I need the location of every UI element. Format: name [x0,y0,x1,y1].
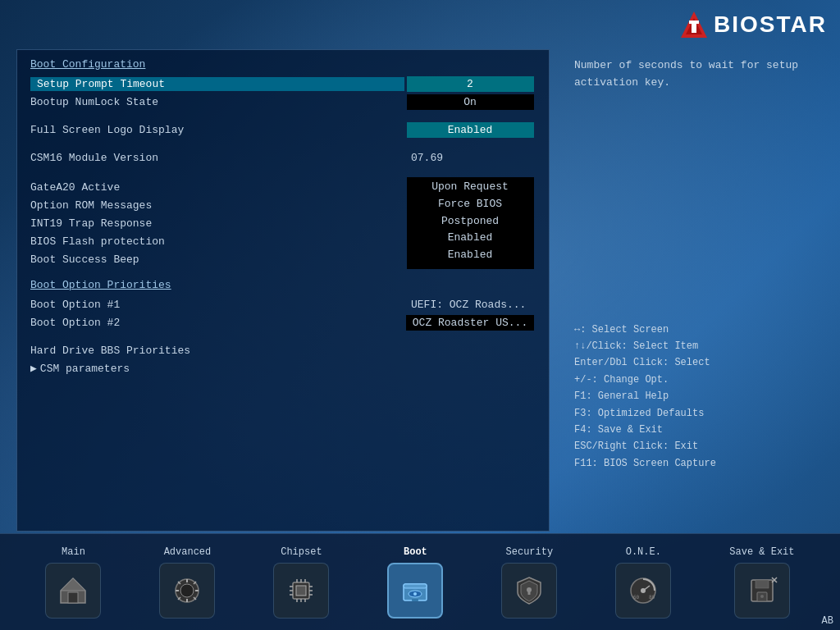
ab-badge: AB [822,615,833,627]
key-select-item: ↑↓/Click: Select Item [574,338,824,354]
menu-row-option-rom[interactable]: Option ROM Messages [30,197,404,213]
nav-label-chipset: Chipset [281,546,322,558]
label-bios-flash: BIOS Flash protection [30,235,404,248]
nav-item-one[interactable]: O.N.E. 60 80 [615,546,671,619]
nav-icon-save-exit [734,563,790,619]
value-boot2: OCZ Roadster US... [404,315,536,331]
menu-row-numlock[interactable]: Bootup NumLock State On [30,94,536,110]
menu-row-logo-display[interactable]: Full Screen Logo Display Enabled [30,121,536,138]
nav-label-security: Security [506,546,554,558]
nav-label-main: Main [62,546,85,558]
biostar-logo: BIOSTAR [679,10,827,39]
nav-label-one: O.N.E. [626,546,661,558]
label-setup-prompt: Setup Prompt Timeout [30,77,404,91]
svg-rect-25 [404,584,427,588]
svg-marker-6 [61,578,85,591]
svg-rect-27 [412,599,418,601]
nav-icon-advanced [159,563,215,619]
key-select-screen: ↔: Select Screen [574,322,824,338]
arrow-icon: ▶ [30,362,37,375]
info-panel: Number of seconds to wait for setup acti… [566,49,832,532]
svg-rect-36 [756,580,769,588]
key-f11: F11: BIOS Screen Capture [574,455,824,472]
label-numlock: Bootup NumLock State [30,96,404,108]
label-logo-display: Full Screen Logo Display [30,124,404,136]
multi-val-2: Force BIOS [413,196,527,213]
nav-item-save-exit[interactable]: Save & Exit [729,546,794,619]
nav-item-security[interactable]: Security [501,546,557,619]
main-panel: Boot Configuration Setup Prompt Timeout … [16,49,550,532]
multi-row-section: GateA20 Active Option ROM Messages INT19… [30,177,536,269]
label-boot1: Boot Option #1 [30,299,404,311]
value-boot1: UEFI: OCZ Roads... [404,299,536,311]
multi-val-5: Enabled [413,247,527,264]
svg-point-8 [180,584,194,597]
value-csm16: 07.69 [404,152,536,164]
nav-icon-chipset [273,563,329,619]
multi-val-3: Postponed [413,213,527,231]
label-boot-beep: Boot Success Beep [30,253,404,266]
svg-rect-3 [689,21,699,24]
nav-label-advanced: Advanced [164,546,212,558]
section-boot-config-title: Boot Configuration [30,58,536,71]
nav-item-boot[interactable]: Boot [387,546,443,619]
label-csm-params: CSM parameters [40,363,536,375]
key-enter: Enter/Dbl Click: Select [574,354,824,371]
svg-rect-2 [692,23,696,33]
menu-row-bios-flash[interactable]: BIOS Flash protection [30,233,404,249]
nav-icon-security [501,563,557,619]
key-f3: F3: Optimized Defaults [574,405,824,422]
nav-label-save-exit: Save & Exit [729,546,794,558]
menu-row-hdd-bbs[interactable]: Hard Drive BBS Priorities [30,342,536,358]
multi-val-4: Enabled [413,230,527,247]
nav-icon-one: 60 80 [615,563,671,619]
bottom-nav: Main Advanced Chipset [0,533,840,630]
menu-row-setup-prompt[interactable]: Setup Prompt Timeout 2 [30,75,536,92]
multi-labels: GateA20 Active Option ROM Messages INT19… [30,177,404,269]
nav-item-chipset[interactable]: Chipset [273,546,329,619]
label-boot2: Boot Option #2 [30,317,404,329]
label-option-rom: Option ROM Messages [30,199,404,212]
svg-rect-10 [296,586,306,596]
nav-label-boot: Boot [404,546,427,558]
label-int19: INT19 Trap Response [30,217,404,230]
svg-text:60: 60 [633,594,640,600]
key-esc: ESC/Right Click: Exit [574,438,824,454]
info-description: Number of seconds to wait for setup acti… [574,57,824,92]
menu-row-boot2[interactable]: Boot Option #2 OCZ Roadster US... [30,314,536,331]
value-logo-display: Enabled [404,122,536,138]
section-boot-priorities-title: Boot Option Priorities [30,279,536,291]
value-numlock: On [404,94,536,110]
menu-row-boot-beep[interactable]: Boot Success Beep [30,251,404,267]
nav-icon-boot [387,563,443,619]
multi-val-1: Upon Request [413,179,527,196]
menu-row-gatea20[interactable]: GateA20 Active [30,179,404,195]
key-change-opt: +/-: Change Opt. [574,372,824,388]
value-setup-prompt: 2 [404,76,536,92]
menu-row-csm16[interactable]: CSM16 Module Version 07.69 [30,149,536,166]
svg-rect-5 [68,592,78,603]
label-gatea20: GateA20 Active [30,181,404,194]
svg-rect-29 [528,591,531,595]
value-block-multi: Upon Request Force BIOS Postponed Enable… [407,177,534,269]
nav-item-advanced[interactable]: Advanced [159,546,215,619]
info-keys: ↔: Select Screen ↑↓/Click: Select Item E… [574,322,824,472]
label-hdd-bbs: Hard Drive BBS Priorities [30,345,536,357]
multi-values: Upon Request Force BIOS Postponed Enable… [404,177,536,269]
key-f1: F1: General Help [574,388,824,404]
nav-item-main[interactable]: Main [45,546,101,619]
key-f4: F4: Save & Exit [574,422,824,438]
menu-row-int19[interactable]: INT19 Trap Response [30,215,404,231]
nav-icon-main [45,563,101,619]
svg-text:80: 80 [649,594,655,600]
logo-text: BIOSTAR [714,11,827,38]
svg-point-38 [760,595,764,598]
svg-point-26 [413,592,417,596]
menu-row-boot1[interactable]: Boot Option #1 UEFI: OCZ Roads... [30,296,536,313]
menu-row-csm-params[interactable]: ▶ CSM parameters [30,360,536,377]
label-csm16: CSM16 Module Version [30,152,404,164]
